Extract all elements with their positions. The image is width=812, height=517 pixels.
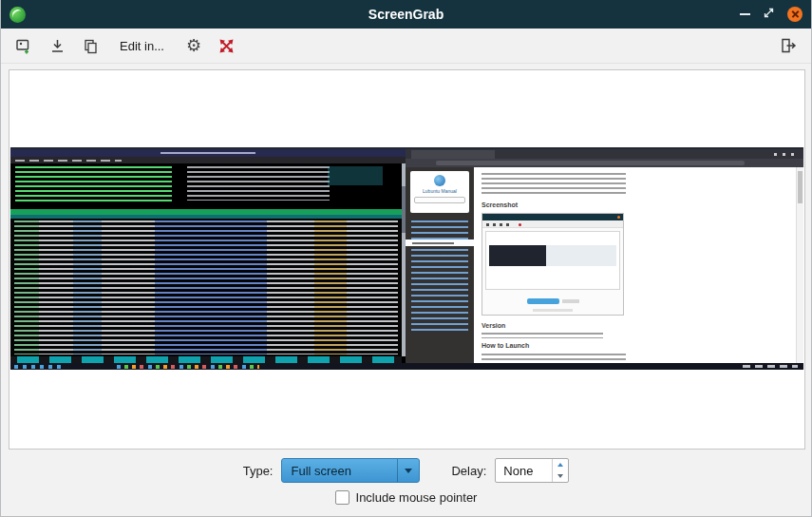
preview-htop-fkey-bar xyxy=(10,356,402,363)
preview-desktop-taskbar xyxy=(10,363,803,370)
preview-taskbar-launcher-icons xyxy=(14,365,66,369)
preview-lubuntu-logo-icon xyxy=(434,175,445,186)
preview-firefox-window: Lubuntu Manual Screenshot xyxy=(406,149,803,363)
window-title: ScreenGrab xyxy=(1,7,811,22)
preview-firefox-active-tab xyxy=(411,150,495,159)
preview-docs-logo-card: Lubuntu Manual xyxy=(410,171,469,213)
preview-docs-search xyxy=(414,197,465,203)
settings-button[interactable]: ⚙ xyxy=(179,31,209,60)
preview-nested-checkbox-row xyxy=(533,309,573,312)
capture-options-row: Type: Full screen Delay: None xyxy=(1,458,811,483)
app-logo-icon xyxy=(9,7,26,23)
window-controls xyxy=(740,6,803,23)
copy-button[interactable] xyxy=(75,31,105,60)
preview-docs-sidebar: Lubuntu Manual xyxy=(406,167,474,363)
minimize-icon[interactable] xyxy=(740,13,750,15)
preview-firefox-scrollbar xyxy=(796,167,803,363)
new-screenshot-icon xyxy=(15,37,32,54)
preview-paragraph xyxy=(482,354,626,361)
preview-paragraph xyxy=(482,173,626,194)
preview-docs-content: Screenshot xyxy=(474,167,796,363)
screenshot-preview-image: Lubuntu Manual Screenshot xyxy=(10,147,803,370)
chevron-down-icon[interactable] xyxy=(397,459,419,482)
preview-docs-current-page xyxy=(406,239,474,246)
spin-down-icon[interactable] xyxy=(553,470,568,482)
preview-nested-thumbnail xyxy=(489,245,616,266)
preview-heading-screenshot: Screenshot xyxy=(482,201,518,209)
preview-docs-title: Lubuntu Manual xyxy=(410,188,469,194)
preview-htop-meters xyxy=(15,166,172,203)
preview-htop-extra xyxy=(328,166,383,185)
edit-in-button[interactable]: Edit in... xyxy=(108,31,176,60)
preview-nested-spin xyxy=(562,299,579,303)
delay-spinbox[interactable]: None xyxy=(495,458,569,483)
preview-taskbar-window-icons xyxy=(117,365,259,369)
type-dropdown[interactable]: Full screen xyxy=(281,458,420,483)
pointer-option-row: Include mouse pointer xyxy=(1,490,811,505)
preview-nested-toolbar xyxy=(482,220,623,228)
preview-taskbar-tray xyxy=(743,365,798,368)
preview-paragraph xyxy=(482,333,603,338)
preview-firefox-body: Lubuntu Manual Screenshot xyxy=(406,167,803,363)
preview-terminal-window xyxy=(10,149,406,363)
preview-terminal-menubar xyxy=(10,157,406,163)
screengrab-logo-icon xyxy=(217,37,236,55)
screengrab-window: ScreenGrab Ed xyxy=(0,0,812,517)
preview-log-columns xyxy=(14,220,398,354)
close-icon[interactable] xyxy=(787,7,803,22)
settings-gear-icon: ⚙ xyxy=(186,37,201,54)
new-screenshot-button[interactable] xyxy=(9,31,39,60)
preview-area: Lubuntu Manual Screenshot xyxy=(9,69,805,450)
preview-nested-screengrab-shot xyxy=(482,213,624,316)
type-dropdown-value: Full screen xyxy=(282,464,351,478)
preview-docs-toc-links xyxy=(411,220,468,335)
delay-spinbox-value: None xyxy=(496,464,533,478)
titlebar: ScreenGrab xyxy=(1,0,811,29)
quit-icon xyxy=(780,37,797,54)
toolbar: Edit in... ⚙ xyxy=(1,29,811,64)
copy-icon xyxy=(83,38,99,54)
delay-label: Delay: xyxy=(451,464,486,478)
preview-htop-info xyxy=(187,166,330,201)
delay-spin-buttons xyxy=(552,459,568,482)
include-pointer-label[interactable]: Include mouse pointer xyxy=(356,490,478,505)
preview-nested-preview-box xyxy=(485,231,620,290)
include-pointer-checkbox[interactable] xyxy=(335,490,349,505)
save-icon xyxy=(49,38,66,54)
maximize-icon[interactable] xyxy=(763,6,775,23)
preview-firefox-navbar xyxy=(406,159,803,167)
preview-nested-titlebar xyxy=(482,214,623,220)
preview-nested-combo xyxy=(527,298,559,304)
preview-heading-version: Version xyxy=(482,322,505,330)
type-label: Type: xyxy=(243,464,274,478)
preview-terminal-log xyxy=(10,219,402,356)
spin-up-icon[interactable] xyxy=(553,459,568,470)
preview-firefox-tabbar xyxy=(406,149,803,159)
preview-heading-how-to-launch: How to Launch xyxy=(482,342,529,350)
quit-button[interactable] xyxy=(773,31,803,60)
preview-nested-controls xyxy=(482,298,623,304)
about-screengrab-button[interactable] xyxy=(212,31,242,60)
save-button[interactable] xyxy=(42,31,72,60)
preview-terminal-titlebar xyxy=(10,149,406,157)
preview-terminal-htop xyxy=(10,163,402,206)
